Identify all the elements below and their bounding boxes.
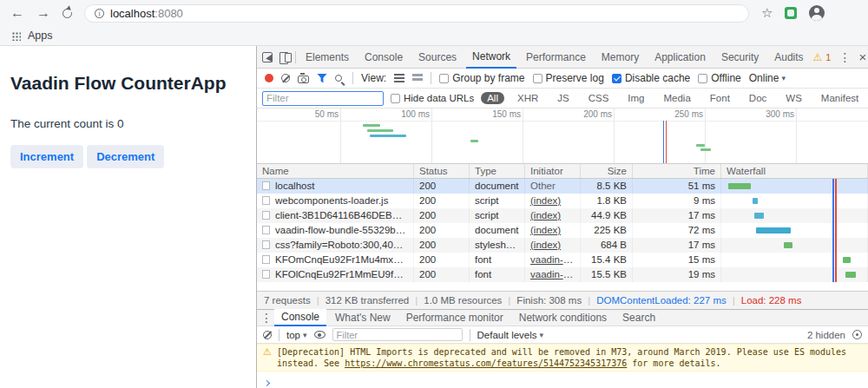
- table-row[interactable]: localhost 200 document Other 8.5 KB 51 m…: [257, 179, 868, 194]
- filter-pill-xhr[interactable]: XHR: [511, 92, 544, 104]
- filter-pill-media[interactable]: Media: [658, 92, 697, 104]
- summary-load: Load: 228 ms: [727, 295, 802, 306]
- table-row[interactable]: KFOmCnqEu92Fr1Mu4mxK.woff2 200 font vaad…: [257, 253, 868, 267]
- warning-link[interactable]: https://www.chromestatus.com/features/51…: [345, 358, 627, 368]
- tab-audits[interactable]: Audits: [768, 47, 809, 68]
- record-icon[interactable]: [265, 74, 273, 82]
- network-timeline-overview[interactable]: 50 ms100 ms150 ms200 ms250 ms300 ms: [257, 109, 868, 164]
- inspect-element-icon[interactable]: [262, 52, 273, 62]
- waterfall-bar: [754, 213, 764, 219]
- apps-label[interactable]: Apps: [28, 30, 53, 42]
- tab-memory[interactable]: Memory: [595, 47, 645, 68]
- column-status[interactable]: Status: [414, 164, 470, 178]
- filter-pill-img[interactable]: Img: [621, 92, 650, 104]
- device-toolbar-icon[interactable]: [279, 52, 292, 62]
- screenshot-capture-icon[interactable]: [298, 76, 309, 83]
- tab-performance[interactable]: Performance: [520, 47, 592, 68]
- checkbox[interactable]: [698, 74, 707, 83]
- network-toolbar: View: Group by frame Preserve log Disabl…: [257, 69, 868, 89]
- initiator-link[interactable]: vaadin-flow…: [530, 254, 581, 265]
- initiator-link[interactable]: vaadin-flow…: [530, 269, 581, 279]
- network-filter-input[interactable]: [262, 91, 384, 106]
- devtools-close-icon[interactable]: ×: [858, 50, 866, 63]
- profile-avatar-icon[interactable]: [809, 5, 825, 21]
- column-size[interactable]: Size: [581, 164, 633, 178]
- column-initiator[interactable]: Initiator: [525, 164, 581, 178]
- forward-icon[interactable]: →: [36, 6, 50, 20]
- table-row[interactable]: vaadin-flow-bundle-55329bba80b… 200 docu…: [257, 223, 868, 238]
- table-row[interactable]: client-3B1D64116B46DEBA7ADE3… 200 script…: [257, 208, 868, 223]
- offline-checkbox[interactable]: Offline: [698, 72, 740, 84]
- extension-icon[interactable]: [785, 7, 797, 19]
- checkbox[interactable]: [439, 74, 449, 83]
- bookmark-star-icon[interactable]: ☆: [761, 5, 773, 21]
- drawer-tab-performance-monitor[interactable]: Performance monitor: [399, 310, 510, 326]
- filter-pill-all[interactable]: All: [481, 92, 504, 104]
- checkbox[interactable]: [612, 74, 621, 83]
- filter-pill-doc[interactable]: Doc: [743, 92, 773, 104]
- initiator-link[interactable]: (index): [530, 210, 561, 220]
- table-row[interactable]: KFOlCnqEu92Fr1MmEU9fBBc4.wo… 200 font va…: [257, 267, 868, 282]
- tab-elements[interactable]: Elements: [299, 47, 355, 68]
- hide-data-urls-checkbox[interactable]: Hide data URLs: [391, 93, 474, 103]
- throttling-select[interactable]: Online▾: [749, 72, 786, 84]
- tab-network[interactable]: Network: [466, 46, 516, 69]
- checkbox[interactable]: [533, 74, 542, 83]
- filter-funnel-icon[interactable]: [317, 74, 327, 83]
- filter-pill-ws[interactable]: WS: [779, 92, 808, 104]
- url-port: :8080: [155, 7, 183, 20]
- drawer-menu-icon[interactable]: ⋮: [260, 312, 273, 324]
- disable-cache-checkbox[interactable]: Disable cache: [612, 72, 690, 84]
- drawer-tab-search[interactable]: Search: [615, 310, 662, 326]
- view-list-icon[interactable]: [394, 74, 404, 82]
- console-prompt[interactable]: [257, 372, 868, 388]
- console-settings-icon[interactable]: [852, 330, 862, 339]
- apps-grid-icon[interactable]: [11, 31, 21, 41]
- column-waterfall[interactable]: Waterfall: [721, 164, 868, 178]
- tab-console[interactable]: Console: [358, 47, 409, 68]
- address-bar[interactable]: i localhost:8080: [84, 4, 749, 23]
- count-text: The current count is 0: [10, 117, 246, 130]
- log-levels-select[interactable]: Default levels▾: [477, 330, 544, 340]
- preserve-log-checkbox[interactable]: Preserve log: [533, 72, 604, 84]
- tab-security[interactable]: Security: [715, 47, 765, 68]
- warning-icon[interactable]: ⚠: [813, 51, 823, 63]
- waterfall-bar: [784, 242, 792, 248]
- back-icon[interactable]: ←: [10, 6, 24, 20]
- column-type[interactable]: Type: [470, 164, 525, 178]
- request-name: KFOmCnqEu92Fr1Mu4mxK.woff2: [257, 253, 414, 267]
- clear-console-icon[interactable]: [263, 331, 272, 339]
- initiator-link[interactable]: (index): [530, 225, 561, 235]
- console-filter-input[interactable]: [332, 328, 463, 341]
- page-info-icon[interactable]: i: [95, 9, 104, 18]
- live-expression-eye-icon[interactable]: [314, 331, 326, 339]
- drawer-tab-whats-new[interactable]: What's New: [328, 310, 398, 326]
- initiator-link[interactable]: (index): [530, 240, 561, 250]
- checkbox[interactable]: [391, 94, 400, 103]
- search-icon[interactable]: [335, 75, 342, 82]
- clear-icon[interactable]: [281, 74, 290, 82]
- group-by-frame-checkbox[interactable]: Group by frame: [439, 72, 524, 84]
- drawer-tab-console[interactable]: Console: [274, 309, 326, 326]
- waterfall-bar: [756, 227, 791, 233]
- reload-icon[interactable]: [62, 9, 72, 18]
- column-name[interactable]: Name: [257, 164, 414, 178]
- increment-button[interactable]: Increment: [10, 145, 83, 168]
- filter-pill-manifest[interactable]: Manifest: [815, 92, 865, 104]
- warning-text: [Deprecation] HTML Imports is deprecated…: [277, 346, 861, 369]
- context-select[interactable]: top▾: [286, 330, 307, 340]
- view-large-rows-icon[interactable]: [412, 74, 423, 82]
- table-row[interactable]: webcomponents-loader.js 200 script (inde…: [257, 194, 868, 208]
- filter-pill-css[interactable]: CSS: [582, 92, 615, 104]
- page-title: Vaadin Flow CounterApp: [10, 73, 246, 94]
- table-row[interactable]: css?family=Roboto:300,400,500 200 styles…: [257, 238, 868, 253]
- decrement-button[interactable]: Decrement: [87, 145, 164, 168]
- devtools-menu-icon[interactable]: ⋮: [838, 51, 851, 63]
- filter-pill-js[interactable]: JS: [551, 92, 575, 104]
- drawer-tab-network-conditions[interactable]: Network conditions: [512, 310, 614, 326]
- tab-sources[interactable]: Sources: [412, 47, 463, 68]
- column-time[interactable]: Time: [633, 164, 721, 178]
- initiator-link[interactable]: (index): [530, 195, 561, 206]
- tab-application[interactable]: Application: [648, 47, 712, 68]
- filter-pill-font[interactable]: Font: [704, 92, 736, 104]
